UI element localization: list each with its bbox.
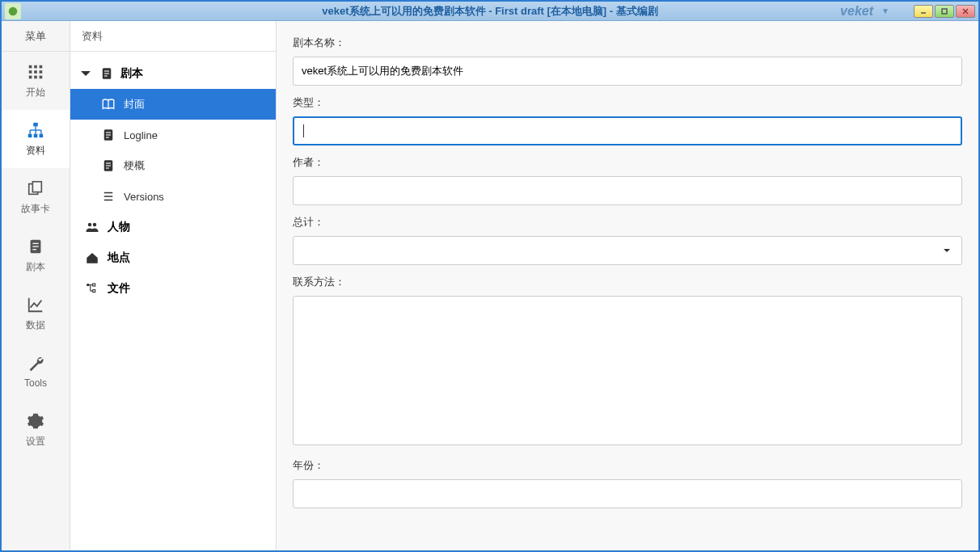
app-icon [5, 3, 21, 19]
svg-rect-14 [33, 122, 38, 126]
nav-label: 设置 [26, 435, 45, 449]
nav-item-settings[interactable]: 设置 [2, 401, 70, 459]
svg-rect-17 [40, 133, 44, 137]
nav-label: 资料 [26, 144, 45, 158]
input-script-name[interactable] [293, 57, 962, 86]
nav-item-tools[interactable]: Tools [2, 343, 70, 401]
tree-panel: 资料 剧本 封面 Logline [70, 21, 277, 550]
wrench-icon [27, 355, 44, 373]
dropdown-arrow-icon[interactable]: ▼ [881, 6, 889, 15]
nav-item-data[interactable]: 数据 [2, 284, 70, 343]
svg-rect-24 [32, 181, 41, 192]
input-author[interactable] [293, 176, 962, 205]
svg-rect-2 [942, 9, 947, 14]
svg-rect-10 [40, 70, 43, 74]
input-type[interactable] [293, 116, 962, 145]
nav-label: Tools [24, 377, 47, 389]
tree-item-logline[interactable]: Logline [70, 120, 276, 150]
nav-item-script[interactable]: 剧本 [2, 226, 70, 284]
label-author: 作者： [293, 155, 962, 170]
people-icon [85, 220, 99, 234]
input-year[interactable] [293, 479, 962, 508]
svg-rect-5 [29, 65, 32, 68]
tree-item-cover[interactable]: 封面 [70, 89, 276, 120]
tree-section-locations[interactable]: 地点 [70, 242, 276, 273]
nav-item-storycards[interactable]: 故事卡 [2, 168, 70, 226]
tree-root-label: 剧本 [120, 66, 143, 81]
window-title: veket系统上可以用的免费剧本软件 - First draft [在本地电脑]… [322, 4, 657, 19]
grid-icon [27, 63, 44, 81]
label-type: 类型： [293, 95, 962, 110]
tree-item-versions[interactable]: Versions [70, 181, 276, 212]
svg-rect-15 [28, 133, 32, 137]
tree-section-characters[interactable]: 人物 [70, 212, 276, 242]
tree-item-label: Logline [124, 129, 158, 141]
svg-rect-9 [34, 70, 37, 74]
svg-rect-49 [93, 290, 95, 293]
tree-section-label: 文件 [108, 281, 130, 296]
svg-point-0 [9, 6, 18, 15]
document-icon [101, 158, 116, 173]
home-icon [85, 251, 99, 265]
tree-item-synopsis[interactable]: 梗概 [70, 150, 276, 181]
nav-header: 菜单 [2, 21, 70, 52]
svg-rect-8 [29, 70, 32, 74]
form-panel: 剧本名称： 类型： 作者： 总计： [277, 21, 978, 550]
label-year: 年份： [293, 458, 962, 473]
tree-section-label: 人物 [108, 220, 130, 234]
tree-item-label: 梗概 [124, 158, 145, 173]
chevron-down-icon [942, 246, 952, 255]
list-icon [101, 189, 116, 204]
document-icon [99, 66, 114, 81]
tree-header: 资料 [70, 21, 276, 52]
nav-label: 剧本 [26, 260, 45, 274]
brand-label: veket [840, 4, 873, 19]
tree-item-label: Versions [124, 191, 164, 203]
chart-icon [27, 296, 44, 314]
svg-rect-48 [93, 284, 95, 286]
svg-rect-16 [34, 133, 38, 137]
tree-section-files[interactable]: 文件 [70, 273, 276, 304]
svg-rect-47 [87, 284, 89, 286]
document-icon [101, 128, 116, 142]
minimize-button[interactable] [914, 5, 933, 18]
tree-root-script[interactable]: 剧本 [70, 58, 276, 89]
select-total[interactable] [293, 236, 962, 265]
tree-item-label: 封面 [124, 97, 145, 112]
cards-icon [27, 179, 44, 197]
svg-rect-6 [34, 65, 37, 68]
nav-sidebar: 菜单 开始 资料 故事卡 剧本 数 [2, 21, 70, 550]
chevron-down-icon [78, 66, 93, 81]
svg-rect-12 [34, 75, 37, 78]
label-script-name: 剧本名称： [293, 36, 962, 50]
document-icon [27, 238, 44, 255]
svg-point-46 [93, 223, 97, 227]
svg-rect-11 [29, 75, 32, 78]
window-titlebar: veket系统上可以用的免费剧本软件 - First draft [在本地电脑]… [2, 2, 978, 21]
gear-icon [27, 412, 44, 430]
nav-item-resources[interactable]: 资料 [2, 110, 70, 168]
nav-item-start[interactable]: 开始 [2, 52, 70, 110]
nav-label: 开始 [26, 86, 45, 99]
book-icon [101, 97, 116, 112]
svg-rect-7 [40, 65, 43, 68]
tree-icon [85, 281, 99, 296]
label-contact: 联系方法： [293, 275, 962, 289]
nav-label: 故事卡 [21, 202, 50, 216]
svg-rect-13 [40, 75, 43, 78]
hierarchy-icon [27, 121, 44, 139]
svg-point-45 [88, 223, 92, 227]
tree-section-label: 地点 [108, 251, 130, 265]
nav-label: 数据 [26, 318, 45, 332]
maximize-button[interactable] [935, 5, 954, 18]
close-button[interactable] [956, 5, 975, 18]
textarea-contact[interactable] [293, 296, 962, 445]
label-total: 总计： [293, 215, 962, 230]
